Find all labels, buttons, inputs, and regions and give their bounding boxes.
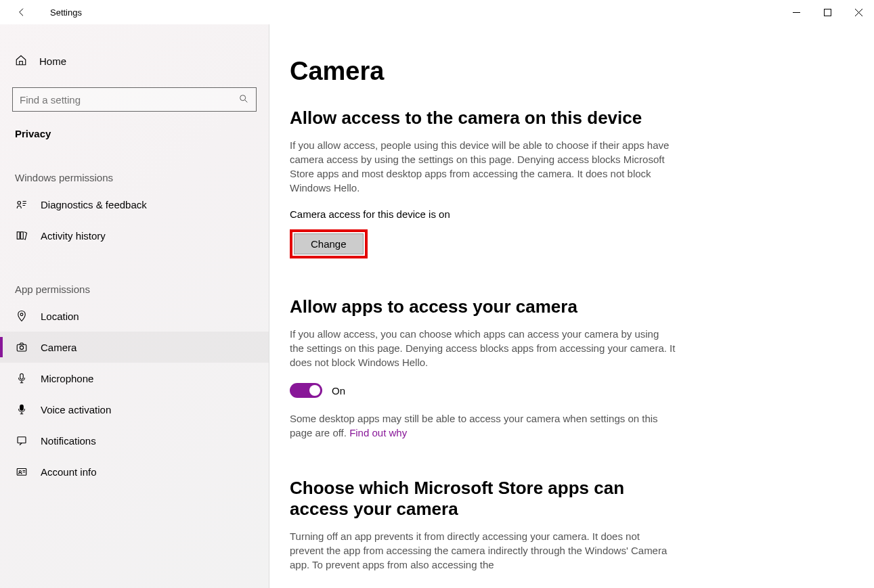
desktop-apps-note: Some desktop apps may still be able to a… <box>290 411 676 440</box>
sidebar-item-microphone[interactable]: Microphone <box>0 363 269 394</box>
account-info-icon <box>15 466 28 478</box>
sidebar-item-label: Location <box>41 311 79 322</box>
camera-access-status: Camera access for this device is on <box>290 208 676 220</box>
search-icon <box>238 93 249 106</box>
section-heading-app-access: Allow apps to access your camera <box>290 296 676 317</box>
category-label: Privacy <box>0 112 269 139</box>
window-title: Settings <box>50 7 82 18</box>
titlebar: Settings <box>0 0 874 24</box>
sidebar-item-label: Microphone <box>41 373 93 384</box>
change-button[interactable]: Change <box>294 233 364 254</box>
camera-icon <box>15 341 28 353</box>
sidebar: Home Privacy Windows permissions Diagnos… <box>0 24 269 588</box>
svg-point-7 <box>20 346 23 349</box>
sidebar-item-account-info[interactable]: Account info <box>0 456 269 487</box>
svg-rect-0 <box>824 9 831 16</box>
search-box[interactable] <box>12 87 257 112</box>
svg-rect-8 <box>20 374 24 379</box>
svg-rect-9 <box>20 405 24 410</box>
svg-rect-4 <box>21 232 24 240</box>
svg-rect-10 <box>18 437 26 443</box>
sidebar-item-voice-activation[interactable]: Voice activation <box>0 394 269 425</box>
page-title: Camera <box>290 57 847 86</box>
sidebar-item-activity-history[interactable]: Activity history <box>0 220 269 251</box>
sidebar-item-label: Camera <box>41 342 77 353</box>
location-icon <box>15 310 28 322</box>
change-button-highlight: Change <box>290 229 368 258</box>
microphone-icon <box>15 372 28 384</box>
voice-activation-icon <box>15 403 28 415</box>
back-button[interactable] <box>14 7 30 18</box>
section-app-permissions: App permissions <box>0 251 269 300</box>
sidebar-item-label: Notifications <box>41 435 96 447</box>
section-heading-device-access: Allow access to the camera on this devic… <box>290 108 676 129</box>
minimize-button[interactable] <box>781 1 812 23</box>
sidebar-item-diagnostics[interactable]: Diagnostics & feedback <box>0 189 269 220</box>
svg-point-5 <box>20 313 23 316</box>
svg-rect-3 <box>17 232 20 240</box>
notifications-icon <box>15 434 28 447</box>
sidebar-item-notifications[interactable]: Notifications <box>0 425 269 456</box>
section-windows-permissions: Windows permissions <box>0 139 269 189</box>
section-desc: Turning off an app prevents it from dire… <box>290 529 676 572</box>
activity-history-icon <box>15 229 28 242</box>
search-input[interactable] <box>20 94 238 106</box>
close-button[interactable] <box>843 1 874 23</box>
camera-apps-toggle[interactable] <box>290 383 322 398</box>
svg-point-2 <box>18 202 21 205</box>
sidebar-item-label: Voice activation <box>41 404 111 415</box>
sidebar-item-camera[interactable]: Camera <box>0 332 269 363</box>
toggle-label: On <box>332 385 345 397</box>
section-desc: If you allow access, people using this d… <box>290 138 676 195</box>
svg-point-1 <box>240 95 246 100</box>
home-nav[interactable]: Home <box>0 46 269 76</box>
sidebar-item-label: Activity history <box>41 230 106 242</box>
sidebar-item-location[interactable]: Location <box>0 300 269 332</box>
section-desc: If you allow access, you can choose whic… <box>290 327 676 369</box>
window-controls <box>781 1 874 23</box>
sidebar-item-label: Account info <box>41 466 97 478</box>
sidebar-item-label: Diagnostics & feedback <box>41 199 147 210</box>
main-content: Camera Allow access to the camera on thi… <box>269 24 874 588</box>
maximize-button[interactable] <box>812 1 843 23</box>
find-out-why-link[interactable]: Find out why <box>349 427 407 438</box>
feedback-icon <box>15 198 28 210</box>
section-heading-store-apps: Choose which Microsoft Store apps can ac… <box>290 478 676 520</box>
home-label: Home <box>39 55 66 67</box>
home-icon <box>15 54 27 68</box>
